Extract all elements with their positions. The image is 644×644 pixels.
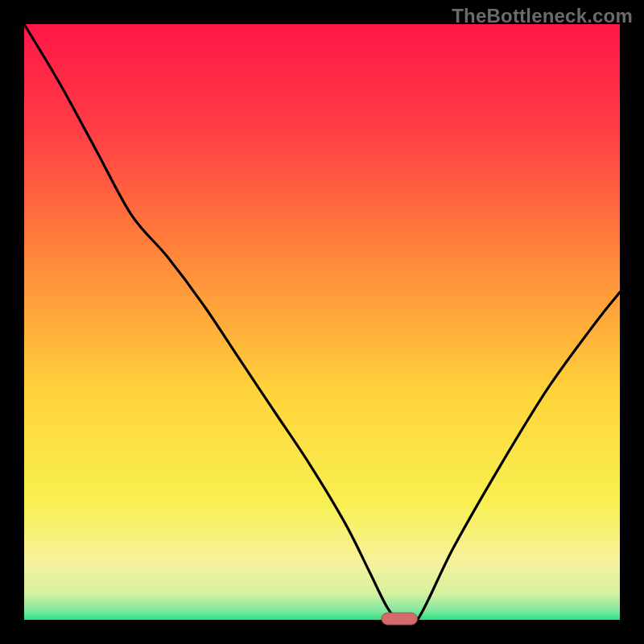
plot-area [24, 24, 620, 620]
optimal-marker [382, 613, 417, 625]
bottleneck-chart: TheBottleneck.com [0, 0, 644, 644]
watermark-label: TheBottleneck.com [452, 5, 633, 27]
chart-svg [0, 0, 644, 644]
